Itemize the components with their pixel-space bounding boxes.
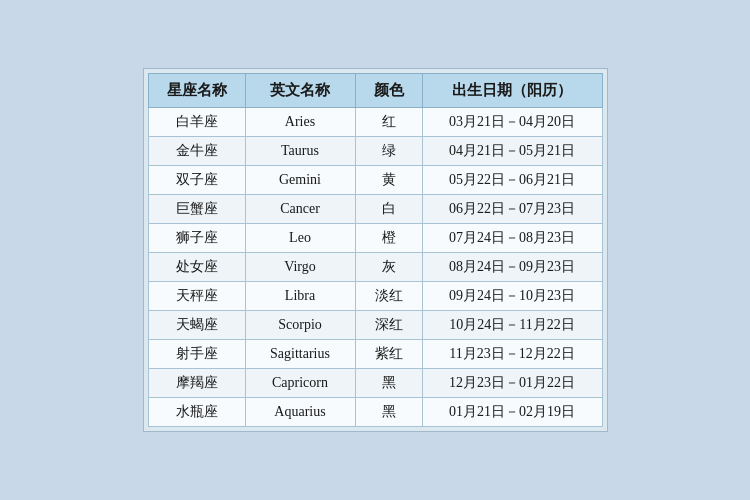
cell-color: 橙: [355, 224, 422, 253]
header-english: 英文名称: [245, 74, 355, 108]
cell-english: Capricorn: [245, 369, 355, 398]
cell-date: 12月23日－01月22日: [422, 369, 602, 398]
cell-english: Taurus: [245, 137, 355, 166]
table-row: 射手座Sagittarius紫红11月23日－12月22日: [148, 340, 602, 369]
cell-english: Sagittarius: [245, 340, 355, 369]
cell-color: 紫红: [355, 340, 422, 369]
cell-date: 05月22日－06月21日: [422, 166, 602, 195]
cell-chinese: 双子座: [148, 166, 245, 195]
table-row: 双子座Gemini黄05月22日－06月21日: [148, 166, 602, 195]
cell-date: 06月22日－07月23日: [422, 195, 602, 224]
cell-english: Scorpio: [245, 311, 355, 340]
cell-chinese: 狮子座: [148, 224, 245, 253]
cell-english: Gemini: [245, 166, 355, 195]
cell-english: Aries: [245, 108, 355, 137]
cell-chinese: 天秤座: [148, 282, 245, 311]
cell-english: Libra: [245, 282, 355, 311]
cell-date: 04月21日－05月21日: [422, 137, 602, 166]
table-row: 白羊座Aries红03月21日－04月20日: [148, 108, 602, 137]
cell-color: 深红: [355, 311, 422, 340]
table-header-row: 星座名称 英文名称 颜色 出生日期（阳历）: [148, 74, 602, 108]
cell-color: 红: [355, 108, 422, 137]
table-row: 处女座Virgo灰08月24日－09月23日: [148, 253, 602, 282]
header-color: 颜色: [355, 74, 422, 108]
cell-color: 黄: [355, 166, 422, 195]
cell-english: Cancer: [245, 195, 355, 224]
cell-color: 灰: [355, 253, 422, 282]
table-row: 巨蟹座Cancer白06月22日－07月23日: [148, 195, 602, 224]
cell-color: 淡红: [355, 282, 422, 311]
cell-date: 10月24日－11月22日: [422, 311, 602, 340]
cell-chinese: 白羊座: [148, 108, 245, 137]
table-row: 摩羯座Capricorn黑12月23日－01月22日: [148, 369, 602, 398]
cell-color: 黑: [355, 398, 422, 427]
cell-english: Leo: [245, 224, 355, 253]
cell-chinese: 水瓶座: [148, 398, 245, 427]
cell-date: 11月23日－12月22日: [422, 340, 602, 369]
zodiac-table: 星座名称 英文名称 颜色 出生日期（阳历） 白羊座Aries红03月21日－04…: [148, 73, 603, 427]
cell-english: Virgo: [245, 253, 355, 282]
cell-date: 09月24日－10月23日: [422, 282, 602, 311]
table-row: 金牛座Taurus绿04月21日－05月21日: [148, 137, 602, 166]
cell-date: 03月21日－04月20日: [422, 108, 602, 137]
table-row: 狮子座Leo橙07月24日－08月23日: [148, 224, 602, 253]
header-date: 出生日期（阳历）: [422, 74, 602, 108]
cell-date: 08月24日－09月23日: [422, 253, 602, 282]
cell-date: 07月24日－08月23日: [422, 224, 602, 253]
zodiac-table-container: 星座名称 英文名称 颜色 出生日期（阳历） 白羊座Aries红03月21日－04…: [143, 68, 608, 432]
cell-date: 01月21日－02月19日: [422, 398, 602, 427]
cell-color: 绿: [355, 137, 422, 166]
cell-chinese: 处女座: [148, 253, 245, 282]
cell-chinese: 摩羯座: [148, 369, 245, 398]
cell-chinese: 金牛座: [148, 137, 245, 166]
table-row: 天蝎座Scorpio深红10月24日－11月22日: [148, 311, 602, 340]
cell-chinese: 射手座: [148, 340, 245, 369]
table-row: 水瓶座Aquarius黑01月21日－02月19日: [148, 398, 602, 427]
cell-chinese: 天蝎座: [148, 311, 245, 340]
header-chinese: 星座名称: [148, 74, 245, 108]
cell-color: 白: [355, 195, 422, 224]
cell-chinese: 巨蟹座: [148, 195, 245, 224]
cell-color: 黑: [355, 369, 422, 398]
table-row: 天秤座Libra淡红09月24日－10月23日: [148, 282, 602, 311]
cell-english: Aquarius: [245, 398, 355, 427]
